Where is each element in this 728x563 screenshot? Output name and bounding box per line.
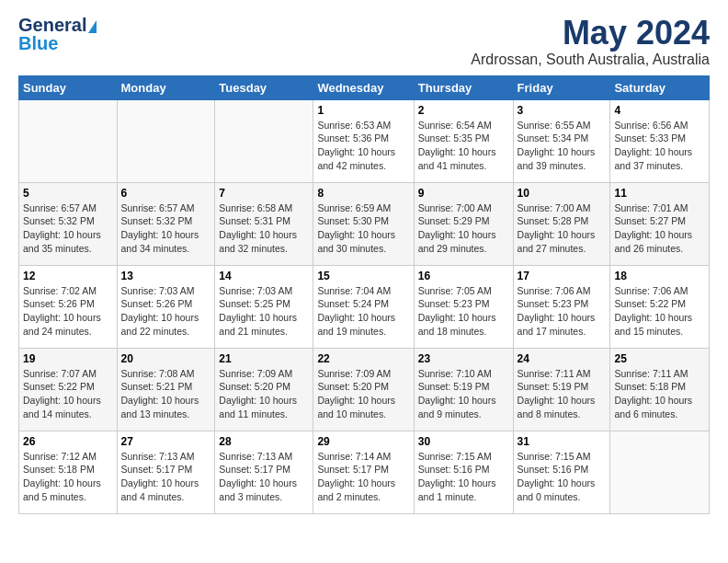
day-info: Sunrise: 6:57 AMSunset: 5:32 PMDaylight:…	[121, 201, 211, 256]
day-number: 26	[23, 435, 113, 448]
day-info: Sunrise: 6:58 AMSunset: 5:31 PMDaylight:…	[219, 201, 309, 256]
day-info: Sunrise: 7:00 AMSunset: 5:29 PMDaylight:…	[418, 201, 509, 256]
day-info: Sunrise: 6:57 AMSunset: 5:32 PMDaylight:…	[23, 201, 113, 256]
day-info: Sunrise: 7:12 AMSunset: 5:18 PMDaylight:…	[23, 450, 113, 504]
logo-triangle-icon	[88, 20, 97, 33]
day-number: 31	[518, 435, 607, 448]
day-info: Sunrise: 7:09 AMSunset: 5:20 PMDaylight:…	[317, 367, 409, 421]
day-info: Sunrise: 7:01 AMSunset: 5:27 PMDaylight:…	[614, 201, 705, 256]
day-number: 22	[317, 352, 409, 365]
day-number: 7	[219, 187, 309, 200]
day-info: Sunrise: 7:00 AMSunset: 5:28 PMDaylight:…	[518, 201, 607, 256]
day-info: Sunrise: 7:03 AMSunset: 5:25 PMDaylight:…	[219, 284, 309, 339]
day-number: 6	[121, 187, 211, 200]
calendar-cell: 21Sunrise: 7:09 AMSunset: 5:20 PMDayligh…	[215, 348, 313, 431]
calendar-cell: 23Sunrise: 7:10 AMSunset: 5:19 PMDayligh…	[414, 348, 513, 431]
logo-blue-text: Blue	[18, 33, 58, 54]
day-number: 11	[614, 187, 705, 200]
calendar-cell: 31Sunrise: 7:15 AMSunset: 5:16 PMDayligh…	[513, 431, 610, 513]
week-row-3: 12Sunrise: 7:02 AMSunset: 5:26 PMDayligh…	[19, 265, 710, 348]
calendar-cell: 24Sunrise: 7:11 AMSunset: 5:19 PMDayligh…	[513, 348, 610, 431]
day-info: Sunrise: 6:59 AMSunset: 5:30 PMDaylight:…	[317, 201, 409, 256]
calendar-cell: 4Sunrise: 6:56 AMSunset: 5:33 PMDaylight…	[610, 99, 710, 182]
calendar-header-row: SundayMondayTuesdayWednesdayThursdayFrid…	[19, 75, 710, 99]
calendar-cell: 5Sunrise: 6:57 AMSunset: 5:32 PMDaylight…	[19, 182, 118, 265]
calendar-cell: 30Sunrise: 7:15 AMSunset: 5:16 PMDayligh…	[414, 431, 513, 513]
header-monday: Monday	[117, 75, 215, 99]
calendar-cell: 14Sunrise: 7:03 AMSunset: 5:25 PMDayligh…	[215, 265, 313, 348]
calendar-cell: 18Sunrise: 7:06 AMSunset: 5:22 PMDayligh…	[610, 265, 710, 348]
calendar-cell: 7Sunrise: 6:58 AMSunset: 5:31 PMDaylight…	[215, 182, 313, 265]
day-info: Sunrise: 6:55 AMSunset: 5:34 PMDaylight:…	[518, 119, 607, 173]
day-info: Sunrise: 7:09 AMSunset: 5:20 PMDaylight:…	[219, 367, 309, 421]
week-row-4: 19Sunrise: 7:07 AMSunset: 5:22 PMDayligh…	[19, 348, 710, 431]
week-row-5: 26Sunrise: 7:12 AMSunset: 5:18 PMDayligh…	[19, 431, 710, 513]
day-number: 10	[518, 187, 607, 200]
day-info: Sunrise: 7:11 AMSunset: 5:19 PMDaylight:…	[518, 367, 607, 421]
day-number: 9	[418, 187, 509, 200]
day-number: 16	[418, 270, 509, 282]
location-subtitle: Ardrossan, South Australia, Australia	[471, 52, 710, 68]
calendar-table: SundayMondayTuesdayWednesdayThursdayFrid…	[18, 75, 710, 514]
day-number: 3	[518, 104, 607, 117]
day-info: Sunrise: 7:10 AMSunset: 5:19 PMDaylight:…	[418, 367, 509, 421]
day-number: 1	[317, 104, 409, 117]
day-info: Sunrise: 7:07 AMSunset: 5:22 PMDaylight:…	[23, 367, 113, 421]
day-info: Sunrise: 6:54 AMSunset: 5:35 PMDaylight:…	[418, 119, 509, 173]
header-saturday: Saturday	[610, 75, 710, 99]
day-number: 20	[121, 352, 211, 365]
week-row-2: 5Sunrise: 6:57 AMSunset: 5:32 PMDaylight…	[19, 182, 710, 265]
calendar-cell	[117, 99, 215, 182]
day-number: 17	[518, 270, 607, 282]
calendar-cell: 3Sunrise: 6:55 AMSunset: 5:34 PMDaylight…	[513, 99, 610, 182]
day-number: 8	[317, 187, 409, 200]
calendar-cell: 13Sunrise: 7:03 AMSunset: 5:26 PMDayligh…	[117, 265, 215, 348]
calendar-cell: 27Sunrise: 7:13 AMSunset: 5:17 PMDayligh…	[117, 431, 215, 513]
calendar-cell	[610, 431, 710, 513]
logo: General Blue	[18, 15, 97, 54]
calendar-cell: 29Sunrise: 7:14 AMSunset: 5:17 PMDayligh…	[313, 431, 414, 513]
day-number: 13	[121, 270, 211, 282]
day-number: 18	[614, 270, 705, 282]
day-number: 2	[418, 104, 509, 117]
day-info: Sunrise: 7:15 AMSunset: 5:16 PMDaylight:…	[418, 450, 509, 504]
header-friday: Friday	[513, 75, 610, 99]
calendar-cell: 11Sunrise: 7:01 AMSunset: 5:27 PMDayligh…	[610, 182, 710, 265]
calendar-cell: 20Sunrise: 7:08 AMSunset: 5:21 PMDayligh…	[117, 348, 215, 431]
day-info: Sunrise: 7:02 AMSunset: 5:26 PMDaylight:…	[23, 284, 113, 339]
calendar-cell: 19Sunrise: 7:07 AMSunset: 5:22 PMDayligh…	[19, 348, 118, 431]
calendar-cell: 17Sunrise: 7:06 AMSunset: 5:23 PMDayligh…	[513, 265, 610, 348]
day-info: Sunrise: 7:03 AMSunset: 5:26 PMDaylight:…	[121, 284, 211, 339]
calendar-cell: 1Sunrise: 6:53 AMSunset: 5:36 PMDaylight…	[313, 99, 414, 182]
day-number: 25	[614, 352, 705, 365]
header-wednesday: Wednesday	[313, 75, 414, 99]
day-info: Sunrise: 6:56 AMSunset: 5:33 PMDaylight:…	[614, 119, 705, 173]
day-info: Sunrise: 7:06 AMSunset: 5:23 PMDaylight:…	[518, 284, 607, 339]
day-number: 28	[219, 435, 309, 448]
calendar-cell: 26Sunrise: 7:12 AMSunset: 5:18 PMDayligh…	[19, 431, 118, 513]
day-number: 21	[219, 352, 309, 365]
calendar-cell	[215, 99, 313, 182]
day-number: 4	[614, 104, 705, 117]
day-info: Sunrise: 7:15 AMSunset: 5:16 PMDaylight:…	[518, 450, 607, 504]
day-info: Sunrise: 7:11 AMSunset: 5:18 PMDaylight:…	[614, 367, 705, 421]
week-row-1: 1Sunrise: 6:53 AMSunset: 5:36 PMDaylight…	[19, 99, 710, 182]
day-info: Sunrise: 7:14 AMSunset: 5:17 PMDaylight:…	[317, 450, 409, 504]
day-number: 12	[23, 270, 113, 282]
calendar-cell: 8Sunrise: 6:59 AMSunset: 5:30 PMDaylight…	[313, 182, 414, 265]
calendar-cell: 12Sunrise: 7:02 AMSunset: 5:26 PMDayligh…	[19, 265, 118, 348]
calendar-cell: 28Sunrise: 7:13 AMSunset: 5:17 PMDayligh…	[215, 431, 313, 513]
calendar-cell: 6Sunrise: 6:57 AMSunset: 5:32 PMDaylight…	[117, 182, 215, 265]
title-block: May 2024 Ardrossan, South Australia, Aus…	[471, 15, 710, 68]
day-info: Sunrise: 7:04 AMSunset: 5:24 PMDaylight:…	[317, 284, 409, 339]
day-info: Sunrise: 7:13 AMSunset: 5:17 PMDaylight:…	[219, 450, 309, 504]
header-tuesday: Tuesday	[215, 75, 313, 99]
calendar-cell	[19, 99, 118, 182]
day-number: 29	[317, 435, 409, 448]
day-number: 27	[121, 435, 211, 448]
day-number: 24	[518, 352, 607, 365]
day-info: Sunrise: 7:06 AMSunset: 5:22 PMDaylight:…	[614, 284, 705, 339]
day-number: 30	[418, 435, 509, 448]
calendar-cell: 9Sunrise: 7:00 AMSunset: 5:29 PMDaylight…	[414, 182, 513, 265]
day-number: 15	[317, 270, 409, 282]
